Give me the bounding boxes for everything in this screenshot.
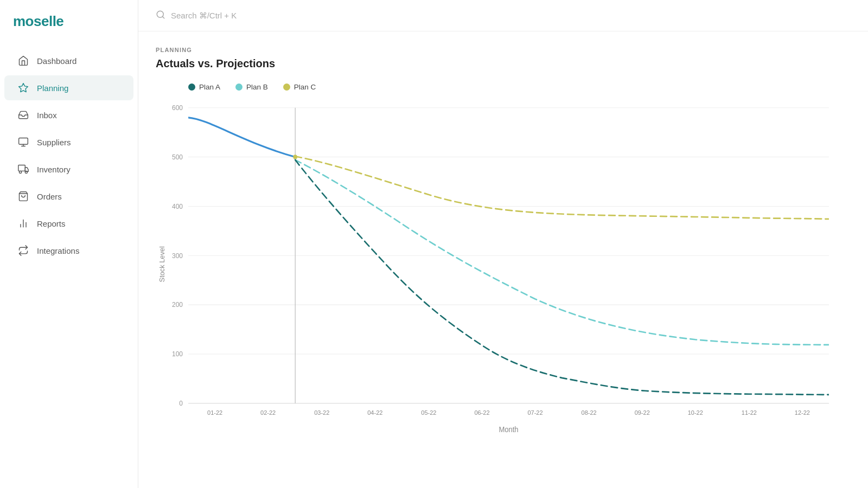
- chart-drawing: Stock Level 0 100 200 300 400 500: [156, 102, 851, 438]
- sidebar-item-inventory-label: Inventory: [37, 165, 71, 174]
- chart-container: Plan A Plan B Plan C: [156, 83, 851, 452]
- integrations-icon: [17, 245, 29, 256]
- sidebar-item-integrations[interactable]: Integrations: [4, 238, 133, 263]
- content-area: PLANNING Actuals vs. Projections Plan A …: [138, 31, 868, 488]
- main-content: Search ⌘/Ctrl + K PLANNING Actuals vs. P…: [138, 0, 868, 488]
- svg-text:02-22: 02-22: [260, 409, 276, 416]
- legend-plan-c-dot: [283, 84, 290, 91]
- svg-text:500: 500: [172, 153, 183, 160]
- inbox-icon: [17, 109, 29, 121]
- legend-plan-b-label: Plan B: [246, 83, 268, 91]
- search-placeholder: Search ⌘/Ctrl + K: [171, 11, 237, 21]
- svg-text:08-22: 08-22: [582, 409, 597, 416]
- svg-text:06-22: 06-22: [474, 409, 489, 416]
- legend-plan-a: Plan A: [188, 83, 220, 91]
- sidebar-item-orders-label: Orders: [37, 192, 62, 201]
- sidebar-item-suppliers-label: Suppliers: [37, 138, 71, 147]
- app-logo: moselle: [0, 13, 138, 47]
- svg-text:12-22: 12-22: [795, 409, 810, 416]
- svg-text:0: 0: [179, 400, 183, 407]
- legend-plan-a-dot: [188, 84, 195, 91]
- svg-text:05-22: 05-22: [421, 409, 436, 416]
- chart-svg: Stock Level 0 100 200 300 400 500: [156, 102, 851, 438]
- sidebar-item-planning-label: Planning: [37, 84, 68, 93]
- y-axis-label: Stock Level: [158, 246, 166, 282]
- sidebar-item-inbox-label: Inbox: [37, 111, 57, 120]
- svg-text:300: 300: [172, 252, 183, 259]
- legend-plan-a-label: Plan A: [199, 83, 220, 91]
- page-title: Actuals vs. Projections: [156, 57, 851, 70]
- inventory-icon: [17, 163, 29, 175]
- svg-line-12: [162, 16, 164, 18]
- sidebar-item-planning[interactable]: Planning: [4, 75, 133, 100]
- svg-point-5: [20, 171, 22, 173]
- legend-plan-c-label: Plan C: [294, 83, 316, 91]
- chart-legend: Plan A Plan B Plan C: [156, 83, 851, 91]
- svg-text:400: 400: [172, 202, 183, 210]
- sidebar-item-dashboard[interactable]: Dashboard: [4, 48, 133, 73]
- orders-icon: [17, 190, 29, 202]
- sidebar-item-suppliers[interactable]: Suppliers: [4, 130, 133, 155]
- svg-text:07-22: 07-22: [527, 409, 542, 416]
- sidebar-item-orders[interactable]: Orders: [4, 184, 133, 209]
- legend-plan-b-dot: [235, 84, 242, 91]
- search-icon: [156, 10, 165, 21]
- sidebar-item-inbox[interactable]: Inbox: [4, 102, 133, 127]
- svg-text:200: 200: [172, 301, 183, 309]
- sidebar-item-integrations-label: Integrations: [37, 246, 79, 255]
- legend-plan-c: Plan C: [283, 83, 316, 91]
- sidebar-item-reports-label: Reports: [37, 219, 66, 228]
- section-label: PLANNING: [156, 47, 851, 53]
- svg-text:Month: Month: [499, 426, 518, 434]
- svg-point-6: [25, 171, 27, 173]
- sidebar: moselle Dashboard Planning Inbox: [0, 0, 138, 488]
- svg-text:03-22: 03-22: [314, 409, 329, 416]
- svg-text:01-22: 01-22: [207, 409, 222, 416]
- svg-rect-4: [18, 165, 25, 171]
- svg-rect-1: [19, 138, 28, 145]
- plan-c-line: [295, 156, 829, 219]
- sidebar-item-reports[interactable]: Reports: [4, 211, 133, 236]
- search-bar[interactable]: Search ⌘/Ctrl + K: [138, 0, 868, 31]
- svg-text:11-22: 11-22: [742, 409, 757, 416]
- suppliers-icon: [17, 136, 29, 148]
- reports-icon: [17, 217, 29, 229]
- svg-text:04-22: 04-22: [367, 409, 382, 416]
- svg-marker-0: [19, 84, 28, 92]
- planning-icon: [17, 82, 29, 94]
- svg-text:100: 100: [172, 350, 183, 358]
- sidebar-item-inventory[interactable]: Inventory: [4, 157, 133, 182]
- sidebar-item-dashboard-label: Dashboard: [37, 56, 76, 66]
- legend-plan-b: Plan B: [235, 83, 268, 91]
- svg-text:600: 600: [172, 104, 183, 112]
- home-icon: [17, 55, 29, 67]
- svg-text:10-22: 10-22: [688, 409, 703, 416]
- plan-a-projection-line: [295, 160, 829, 395]
- svg-text:09-22: 09-22: [635, 409, 650, 416]
- plan-a-actual-line: [188, 118, 295, 157]
